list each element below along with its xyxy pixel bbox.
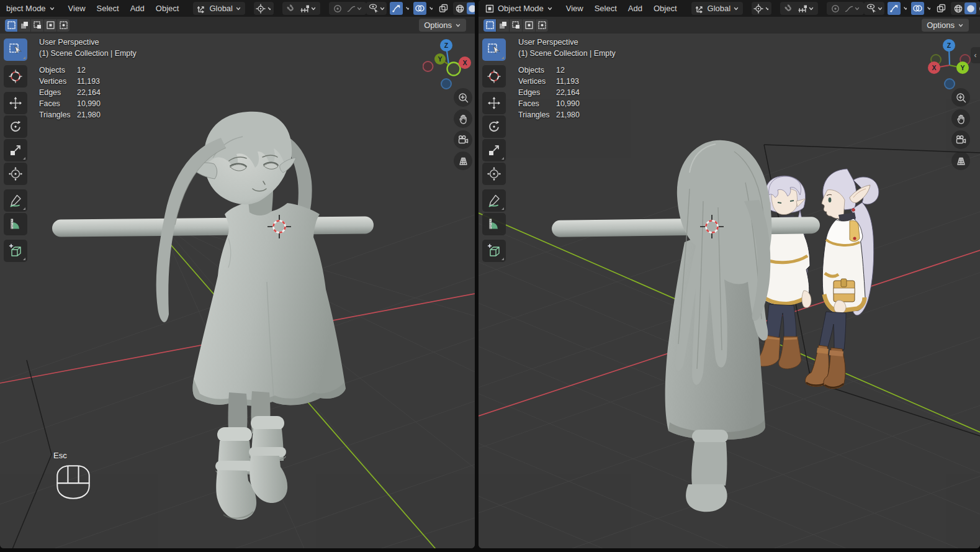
menu-object[interactable]: Object [648,2,683,16]
shading-solid-button[interactable] [964,2,976,14]
proportional-falloff-dropdown[interactable] [842,2,862,15]
stat-value: 22,164 [77,88,137,97]
tool-annotate[interactable] [482,189,506,212]
menu-view[interactable]: View [63,2,91,16]
gizmo-axis-z[interactable]: Z [440,39,452,52]
tool-move[interactable] [4,92,27,114]
menu-select[interactable]: Select [589,2,623,16]
select-set-button[interactable] [483,19,496,32]
gizmo-axis-y[interactable]: Y [956,61,969,74]
snap-toggle[interactable] [782,2,796,15]
transform-orientation-dropdown[interactable]: Global [691,2,744,15]
3d-viewport-left[interactable]: User Perspective (1) Scene Collection | … [0,34,475,548]
proportional-falloff-dropdown[interactable] [344,2,364,15]
tool-select-box[interactable] [482,38,506,61]
mode-dropdown[interactable]: bject Mode [4,2,58,16]
reference-figure-side[interactable] [805,169,879,389]
boot-back [686,430,728,512]
tool-scale[interactable] [4,139,27,161]
show-overlays-toggle[interactable] [911,2,924,15]
tool-transform[interactable] [4,163,27,185]
gizmo-axis-y[interactable]: Y [434,53,446,65]
tool-scale[interactable] [482,139,506,161]
chevron-down-icon[interactable] [403,3,410,14]
camera-view-button[interactable] [454,130,472,149]
toggle-xray-button[interactable] [437,2,450,15]
shading-mode-group [453,2,475,15]
menu-object[interactable]: Object [150,2,185,16]
clay-model-front[interactable] [52,112,374,520]
camera-view-button[interactable] [951,130,970,149]
tool-rotate[interactable] [482,115,506,138]
tool-measure[interactable] [4,213,27,235]
select-subtract-button[interactable] [31,19,43,32]
tool-transform[interactable] [482,163,506,185]
object-visibility-dropdown[interactable] [366,2,387,15]
show-gizmo-toggle[interactable] [888,2,901,15]
chevron-down-icon[interactable] [901,3,908,14]
select-extend-button[interactable] [497,19,509,32]
object-mode-icon [485,4,495,14]
chevron-down-icon[interactable] [925,3,932,14]
tool-measure[interactable] [482,213,506,235]
tool-select-box[interactable] [4,38,27,61]
gizmo-axis-neg-x[interactable] [423,61,433,71]
tool-add-cube[interactable] [4,240,27,262]
menu-select[interactable]: Select [91,2,125,16]
shading-wireframe-button[interactable] [454,2,466,14]
select-difference-button[interactable] [523,19,535,32]
tool-rotate[interactable] [4,115,27,138]
perspective-toggle-button[interactable] [454,152,472,170]
navigation-gizmo[interactable]: Z X Y [924,38,976,90]
object-visibility-dropdown[interactable] [864,2,884,15]
tool-cursor[interactable] [4,65,27,88]
gizmo-axis-x[interactable]: X [928,61,940,74]
snap-target-dropdown[interactable] [796,2,816,15]
shading-wireframe-button[interactable] [952,2,964,14]
gizmo-axis-z[interactable]: Z [943,39,955,52]
chevron-down-icon[interactable] [427,3,434,14]
mode-dropdown[interactable]: Object Mode [482,2,555,16]
navigation-gizmo[interactable]: Y Z X [423,37,475,89]
toggle-xray-button[interactable] [935,2,948,15]
perspective-toggle-button[interactable] [951,152,970,170]
show-gizmo-toggle[interactable] [390,2,403,15]
menu-view[interactable]: View [560,2,589,16]
options-dropdown[interactable]: Options [419,19,466,32]
select-extend-button[interactable] [18,19,30,32]
gizmo-axis-x[interactable]: X [459,57,471,69]
select-set-button[interactable] [5,19,17,32]
shading-solid-button[interactable] [467,2,475,14]
shading-material-button[interactable] [977,2,980,14]
menu-add[interactable]: Add [125,2,150,16]
select-difference-button[interactable] [44,19,56,32]
pan-button[interactable] [951,109,970,128]
shading-material-icon [978,4,980,14]
3d-viewport-right[interactable]: User Perspective (1) Scene Collection | … [479,34,980,548]
options-dropdown[interactable]: Options [922,19,969,32]
menu-add[interactable]: Add [623,2,648,16]
zoom-button[interactable] [454,88,472,107]
snap-target-dropdown[interactable] [298,2,318,15]
transform-orientation-dropdown[interactable]: Global [193,2,245,15]
snap-toggle[interactable] [284,2,298,15]
select-intersect-button[interactable] [57,19,70,32]
pivot-point-dropdown[interactable] [254,2,274,15]
arm-bar[interactable] [52,216,374,237]
proportional-editing-toggle[interactable] [829,2,842,15]
tool-cursor[interactable] [482,65,506,88]
proportional-editing-toggle[interactable] [331,2,344,15]
select-intersect-button[interactable] [536,19,548,32]
image-empty-frame[interactable] [11,360,52,548]
pan-button[interactable] [454,109,472,128]
sidebar-toggle-tab[interactable]: ‹ [971,47,980,63]
select-subtract-button[interactable] [510,19,522,32]
zoom-button[interactable] [951,88,970,107]
tool-add-cube[interactable] [482,240,506,262]
tool-move[interactable] [482,92,506,114]
gizmo-axis-neg-z[interactable] [441,79,451,89]
gizmo-axis-neg-y[interactable] [447,63,461,76]
pivot-point-dropdown[interactable] [752,2,771,15]
tool-annotate[interactable] [4,189,27,212]
show-overlays-toggle[interactable] [413,2,426,15]
